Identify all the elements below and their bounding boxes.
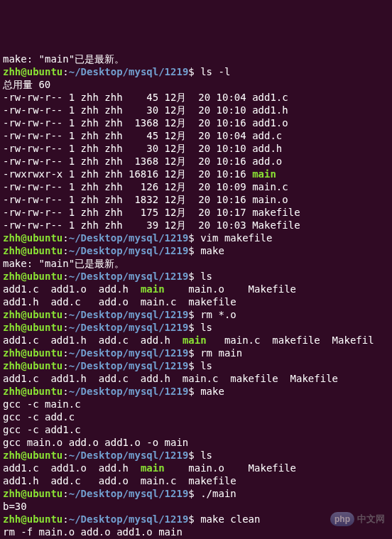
watermark: php 中文网: [330, 512, 385, 526]
php-badge: php: [330, 512, 354, 526]
terminal-output[interactable]: make: "main"已是最新。 zhh@ubuntu:~/Desktop/m…: [3, 53, 389, 539]
watermark-text: 中文网: [357, 513, 385, 526]
